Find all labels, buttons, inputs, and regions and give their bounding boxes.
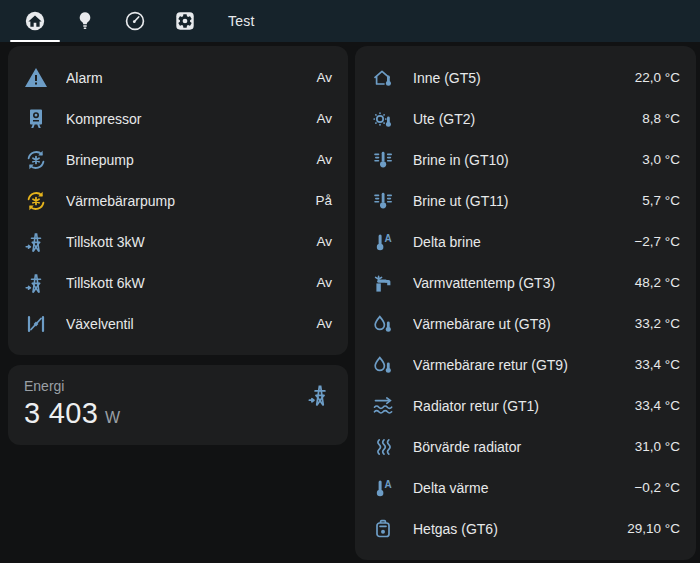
heat-wave-icon [371,435,395,459]
right-column: Inne (GT5) 22,0 °C Ute (GT2) 8,8 °C Brin… [355,46,696,560]
thermometer-lines-icon [371,148,395,172]
energy-value: 3 403 [24,397,98,430]
sensor-row-borvarde-radiator[interactable]: Börvärde radiator 31,0 °C [355,426,696,467]
sensor-value: 33,4 °C [635,398,680,413]
sensor-value: −0,2 °C [634,480,680,495]
water-thermometer-icon [371,353,395,377]
sensor-value: −2,7 °C [634,234,680,249]
entity-label: Brinepump [66,152,308,168]
sensor-row-varmvattentemp[interactable]: Varmvattentemp (GT3) 48,2 °C [355,262,696,303]
thermometer-auto-icon [371,230,395,254]
faucet-icon [371,271,395,295]
entity-state: På [315,193,332,208]
sensor-card: Inne (GT5) 22,0 °C Ute (GT2) 8,8 °C Brin… [355,46,696,560]
tab-test[interactable]: Test [210,0,272,42]
sensor-label: Brine ut (GT11) [413,193,634,209]
sensor-label: Värmebärare ut (GT8) [413,316,627,332]
pump-icon [24,148,48,172]
sensor-value: 29,10 °C [627,521,680,536]
sensor-value: 8,8 °C [642,111,680,126]
tab-gauges[interactable] [110,0,160,42]
entity-row-tillskott-3kw[interactable]: Tillskott 3kW Av [8,221,348,262]
sensor-row-varmebarare-retur[interactable]: Värmebärare retur (GT9) 33,4 °C [355,344,696,385]
transmission-tower-icon [24,230,48,254]
sensor-value: 33,4 °C [635,357,680,372]
sensor-label: Ute (GT2) [413,111,634,127]
status-card: Alarm Av Kompressor Av Brinepump Av Värm… [8,46,348,355]
thermometer-auto-icon [371,476,395,500]
tab-bar: Test [0,0,700,42]
sensor-value: 22,0 °C [635,70,680,85]
sensor-value: 48,2 °C [635,275,680,290]
sensor-row-inne[interactable]: Inne (GT5) 22,0 °C [355,57,696,98]
transmission-tower-icon [307,382,333,408]
tab-home[interactable] [10,0,60,42]
thermometer-lines-icon [371,189,395,213]
sensor-label: Varmvattentemp (GT3) [413,275,627,291]
entity-state: Av [316,152,332,167]
sensor-row-varmebarare-ut[interactable]: Värmebärare ut (GT8) 33,2 °C [355,303,696,344]
sensor-value: 5,7 °C [642,193,680,208]
pump-icon [24,189,48,213]
water-thermometer-icon [371,312,395,336]
entity-label: Tillskott 6kW [66,275,308,291]
dashboard-view: Alarm Av Kompressor Av Brinepump Av Värm… [0,42,700,560]
entity-state: Av [316,275,332,290]
entity-row-kompressor[interactable]: Kompressor Av [8,98,348,139]
entity-row-brinepump[interactable]: Brinepump Av [8,139,348,180]
sensor-row-delta-brine[interactable]: Delta brine −2,7 °C [355,221,696,262]
sensor-label: Inne (GT5) [413,70,627,86]
entity-state: Av [316,316,332,331]
tab-test-label: Test [228,13,254,29]
entity-label: Kompressor [66,111,308,127]
waves-arrow-right-icon [371,394,395,418]
compressor-icon [24,107,48,131]
sensor-row-delta-varme[interactable]: Delta värme −0,2 °C [355,467,696,508]
sun-thermometer-icon [371,107,395,131]
home-thermometer-icon [371,66,395,90]
sensor-label: Börvärde radiator [413,439,627,455]
entity-row-alarm[interactable]: Alarm Av [8,57,348,98]
sensor-label: Radiator retur (GT1) [413,398,627,414]
lightbulb-icon [74,10,96,32]
entity-state: Av [316,70,332,85]
entity-state: Av [316,234,332,249]
sensor-row-hetgas[interactable]: Hetgas (GT6) 29,10 °C [355,508,696,549]
sensor-row-brine-ut[interactable]: Brine ut (GT11) 5,7 °C [355,180,696,221]
sensor-label: Delta brine [413,234,626,250]
energy-card-title: Energi [24,378,332,394]
entity-row-vaxelventil[interactable]: Växelventil Av [8,303,348,344]
tab-lights[interactable] [60,0,110,42]
energy-unit: W [105,409,120,427]
tab-settings[interactable] [160,0,210,42]
valve-icon [24,312,48,336]
sensor-label: Delta värme [413,480,626,496]
sensor-label: Värmebärare retur (GT9) [413,357,627,373]
sensor-value: 31,0 °C [635,439,680,454]
home-circle-icon [24,10,46,32]
entity-row-varmebararpump[interactable]: Värmebärarpump På [8,180,348,221]
sensor-value: 33,2 °C [635,316,680,331]
sensor-row-radiator-retur[interactable]: Radiator retur (GT1) 33,4 °C [355,385,696,426]
entity-state: Av [316,111,332,126]
gauge-icon [124,10,146,32]
energy-card[interactable]: Energi 3 403 W [8,365,348,445]
sensor-row-ute[interactable]: Ute (GT2) 8,8 °C [355,98,696,139]
sensor-row-brine-in[interactable]: Brine in (GT10) 3,0 °C [355,139,696,180]
sensor-label: Brine in (GT10) [413,152,634,168]
sensor-label: Hetgas (GT6) [413,521,619,537]
entity-label: Alarm [66,70,308,86]
transmission-tower-icon [24,271,48,295]
entity-label: Växelventil [66,316,308,332]
alert-icon [24,66,48,90]
entity-label: Värmebärarpump [66,193,307,209]
gas-meter-icon [371,517,395,541]
entity-row-tillskott-6kw[interactable]: Tillskott 6kW Av [8,262,348,303]
left-column: Alarm Av Kompressor Av Brinepump Av Värm… [8,46,348,560]
cog-icon [174,10,196,32]
sensor-value: 3,0 °C [642,152,680,167]
entity-label: Tillskott 3kW [66,234,308,250]
